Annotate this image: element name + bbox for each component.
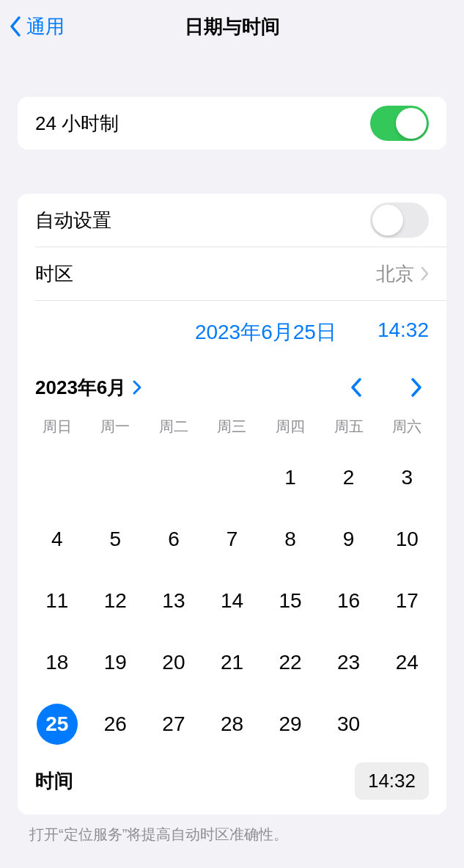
back-button[interactable]: 通用 xyxy=(0,14,65,40)
calendar-day[interactable]: 24 xyxy=(378,642,436,683)
calendar-day[interactable]: 17 xyxy=(378,580,436,621)
group-datetime: 自动设置 时区 北京 2023年6月25日 14:32 2023年6月 周日周一… xyxy=(18,194,446,814)
calendar-empty-cell xyxy=(144,457,203,498)
calendar-day[interactable]: 8 xyxy=(261,519,320,560)
calendar-day[interactable]: 12 xyxy=(86,580,145,621)
calendar-day[interactable]: 19 xyxy=(86,642,145,683)
row-24h: 24 小时制 xyxy=(18,97,446,150)
calendar-empty-cell xyxy=(203,457,262,498)
calendar-day[interactable]: 11 xyxy=(28,580,86,621)
calendar-day[interactable]: 27 xyxy=(144,704,203,745)
calendar-grid: 1234567891011121314151617181920212223242… xyxy=(18,457,446,749)
calendar-day[interactable]: 5 xyxy=(86,519,145,560)
calendar-day[interactable]: 6 xyxy=(144,519,203,560)
calendar-day[interactable]: 14 xyxy=(203,580,262,621)
calendar-day[interactable]: 26 xyxy=(86,704,145,745)
navigation-bar: 通用 日期与时间 xyxy=(0,0,464,53)
calendar-day[interactable]: 7 xyxy=(203,519,262,560)
month-label: 2023年6月 xyxy=(35,375,126,401)
row-auto-set: 自动设置 xyxy=(18,194,446,247)
row-timezone[interactable]: 时区 北京 xyxy=(18,247,446,300)
chevron-right-icon xyxy=(420,266,429,281)
weekday-label: 周一 xyxy=(86,417,145,437)
label-timezone: 时区 xyxy=(35,261,73,287)
label-time: 时间 xyxy=(35,768,73,794)
switch-knob xyxy=(372,205,403,236)
back-label: 通用 xyxy=(26,14,65,40)
calendar-day[interactable]: 28 xyxy=(203,704,262,745)
prev-month-button[interactable] xyxy=(344,371,369,404)
value-timezone: 北京 xyxy=(376,261,414,287)
calendar-day[interactable]: 30 xyxy=(320,704,378,745)
calendar-empty-cell xyxy=(86,457,145,498)
next-month-button[interactable] xyxy=(404,371,429,404)
time-picker-value[interactable]: 14:32 xyxy=(378,318,429,346)
calendar-empty-cell xyxy=(28,457,86,498)
calendar-day[interactable]: 15 xyxy=(261,580,320,621)
footer-note: 打开“定位服务”将提高自动时区准确性。 xyxy=(0,814,464,845)
month-header: 2023年6月 xyxy=(18,354,446,409)
row-time: 时间 14:32 xyxy=(18,749,446,814)
switch-24h[interactable] xyxy=(370,106,429,141)
date-picker-value[interactable]: 2023年6月25日 xyxy=(195,318,336,346)
calendar-day[interactable]: 25 xyxy=(28,704,86,745)
chevron-right-icon xyxy=(132,379,142,395)
calendar-day[interactable]: 20 xyxy=(144,642,203,683)
page-title: 日期与时间 xyxy=(0,14,464,40)
month-nav xyxy=(344,371,429,404)
label-24h: 24 小时制 xyxy=(35,111,119,136)
month-select-button[interactable]: 2023年6月 xyxy=(35,375,142,401)
calendar-day[interactable]: 4 xyxy=(28,519,86,560)
calendar-day[interactable]: 16 xyxy=(320,580,378,621)
time-value-button[interactable]: 14:32 xyxy=(355,762,429,800)
switch-auto-set[interactable] xyxy=(370,203,429,238)
weekday-header: 周日周一周二周三周四周五周六 xyxy=(18,409,446,440)
weekday-label: 周四 xyxy=(261,417,320,437)
group-24h: 24 小时制 xyxy=(18,97,446,150)
calendar-day[interactable]: 21 xyxy=(203,642,262,683)
date-time-display: 2023年6月25日 14:32 xyxy=(18,301,446,354)
calendar-day[interactable]: 2 xyxy=(320,457,378,498)
weekday-label: 周二 xyxy=(144,417,203,437)
label-auto-set: 自动设置 xyxy=(35,208,111,233)
weekday-label: 周六 xyxy=(378,417,436,437)
calendar-day[interactable]: 10 xyxy=(378,519,436,560)
chevron-left-icon xyxy=(9,15,22,37)
calendar-day[interactable]: 9 xyxy=(320,519,378,560)
switch-knob xyxy=(396,108,427,139)
weekday-label: 周五 xyxy=(320,417,378,437)
calendar-day[interactable]: 29 xyxy=(261,704,320,745)
calendar-day[interactable]: 3 xyxy=(378,457,436,498)
calendar-day[interactable]: 1 xyxy=(261,457,320,498)
calendar-day[interactable]: 13 xyxy=(144,580,203,621)
calendar-day[interactable]: 23 xyxy=(320,642,378,683)
calendar-day[interactable]: 18 xyxy=(28,642,86,683)
calendar-day[interactable]: 22 xyxy=(261,642,320,683)
weekday-label: 周日 xyxy=(28,417,86,437)
weekday-label: 周三 xyxy=(203,417,262,437)
